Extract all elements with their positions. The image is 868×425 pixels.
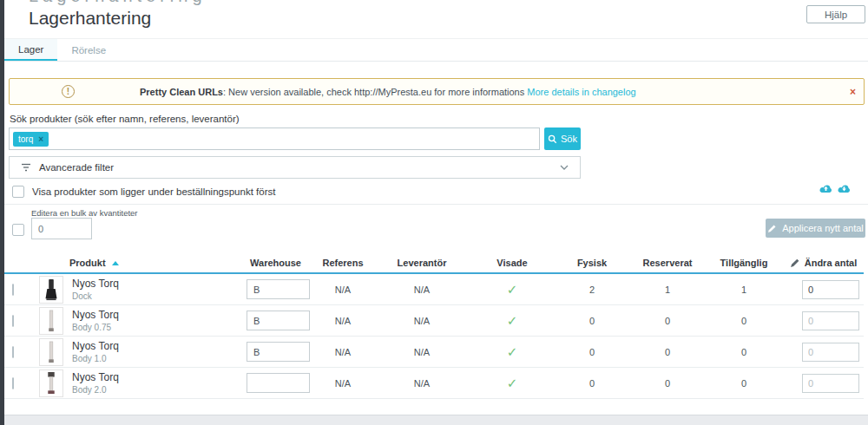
stock-table: Produkt Warehouse Referens Leverantör Vi…	[4, 253, 864, 399]
product-variant: Body 2.0	[72, 385, 119, 395]
search-icon	[548, 134, 557, 144]
row-checkbox[interactable]	[12, 346, 14, 358]
physical-qty: 0	[554, 378, 630, 389]
sidebar-edge	[0, 0, 4, 425]
bulk-edit-label: Editera en bulk av kvantiteter	[31, 208, 138, 218]
edit-quantity-input[interactable]	[802, 343, 859, 362]
physical-qty: 0	[554, 316, 630, 326]
search-tag-label: torq	[18, 134, 33, 144]
section-divider	[4, 204, 868, 205]
product-name: Nyos Torq	[72, 340, 119, 352]
notice-close-icon[interactable]: ×	[850, 86, 856, 98]
product-variant: Dock	[72, 291, 119, 301]
tab-bar: Lager Rörelse	[4, 38, 868, 62]
available-qty: 0	[705, 378, 783, 389]
product-name: Nyos Torq	[72, 309, 119, 321]
warehouse-input[interactable]	[247, 279, 310, 299]
help-button[interactable]: Hjälp	[806, 5, 865, 23]
header-warehouse[interactable]: Warehouse	[239, 258, 312, 268]
clipped-heading: Lagerhantering	[29, 0, 393, 5]
export-cloud-up-icon[interactable]	[819, 183, 833, 195]
available-qty: 0	[705, 347, 783, 357]
displayed-check-icon: ✓	[470, 282, 554, 298]
supplier-value: N/A	[373, 378, 470, 389]
reorder-checkbox-label: Visa produkter som ligger under beställn…	[32, 186, 275, 197]
header-displayed[interactable]: Visade	[470, 258, 554, 268]
product-variant: Body 1.0	[72, 354, 119, 363]
header-available[interactable]: Tillgänglig	[705, 258, 783, 268]
table-row: Nyos TorqDock N/A N/A ✓ 2 1 1	[4, 274, 864, 305]
reserved-qty: 1	[630, 284, 705, 295]
supplier-value: N/A	[373, 347, 470, 357]
search-button[interactable]: Sök	[544, 128, 581, 150]
reserved-qty: 0	[630, 316, 705, 326]
warehouse-input[interactable]	[247, 311, 310, 330]
notice-text: Pretty Clean URLs: New version available…	[140, 87, 636, 97]
stock-management-page: Lagerhantering Lagerhantering Hjälp Lage…	[0, 0, 868, 425]
table-row: Nyos TorqBody 1.0 N/A N/A ✓ 0 0 0	[4, 337, 864, 368]
header-reserved[interactable]: Reserverat	[630, 258, 705, 268]
apply-button-label: Applicera nytt antal	[782, 223, 864, 233]
bulk-quantity-input[interactable]	[31, 218, 92, 239]
pencil-icon	[790, 258, 800, 268]
displayed-check-icon: ✓	[470, 313, 554, 329]
product-variant: Body 0.75	[72, 323, 119, 332]
displayed-check-icon: ✓	[470, 376, 554, 391]
header-reference[interactable]: Referens	[312, 258, 373, 268]
supplier-value: N/A	[373, 284, 470, 295]
table-row: Nyos TorqBody 2.0 N/A N/A ✓ 0 0 0	[4, 368, 864, 399]
header-supplier[interactable]: Leverantör	[373, 258, 470, 268]
page-title: Lagerhantering	[29, 8, 151, 29]
sort-asc-icon	[112, 261, 119, 265]
row-checkbox[interactable]	[12, 315, 14, 327]
product-thumbnail	[39, 338, 63, 366]
physical-qty: 0	[554, 347, 630, 357]
product-name: Nyos Torq	[72, 371, 119, 383]
filter-icon	[21, 163, 31, 172]
reference-value: N/A	[312, 347, 373, 357]
tag-remove-icon[interactable]: ×	[38, 134, 43, 144]
reference-value: N/A	[312, 284, 373, 295]
physical-qty: 2	[554, 284, 630, 295]
notice-title: Pretty Clean URLs	[140, 87, 223, 97]
chevron-down-icon	[560, 165, 569, 170]
row-checkbox[interactable]	[12, 284, 14, 296]
warning-icon: !	[62, 85, 75, 98]
reorder-checkbox[interactable]	[12, 186, 24, 198]
edit-quantity-input[interactable]	[802, 311, 859, 330]
search-label: Sök produkter (sök efter namn, referens,…	[10, 114, 240, 124]
table-header-row: Produkt Warehouse Referens Leverantör Vi…	[4, 253, 864, 274]
tab-lager[interactable]: Lager	[4, 39, 57, 61]
available-qty: 0	[705, 316, 783, 326]
import-export-buttons	[819, 183, 852, 195]
notice-message: : New version available, check http://My…	[223, 87, 527, 97]
reference-value: N/A	[312, 316, 373, 326]
header-product[interactable]: Produkt	[29, 258, 239, 268]
table-row: Nyos TorqBody 0.75 N/A N/A ✓ 0 0 0	[4, 305, 864, 337]
bulk-select-checkbox[interactable]	[12, 224, 24, 236]
header-edit-quantity: Ändra antal	[783, 258, 864, 268]
import-cloud-down-icon[interactable]	[837, 183, 852, 195]
edit-quantity-input[interactable]	[802, 280, 859, 299]
available-qty: 1	[705, 284, 783, 295]
advanced-filters-label: Avancerade filter	[39, 162, 114, 173]
changelog-link[interactable]: More details in changelog	[527, 87, 635, 97]
reference-value: N/A	[312, 378, 373, 389]
search-tag: torq×	[13, 132, 49, 147]
supplier-value: N/A	[373, 316, 470, 326]
tab-rorelse[interactable]: Rörelse	[57, 39, 120, 61]
apply-new-quantity-button[interactable]: Applicera nytt antal	[766, 219, 865, 238]
search-input[interactable]: torq×	[9, 128, 540, 150]
warehouse-input[interactable]	[247, 342, 310, 362]
page-footer-background	[0, 415, 868, 425]
edit-quantity-input[interactable]	[802, 374, 859, 393]
advanced-filters-toggle[interactable]: Avancerade filter	[9, 156, 581, 179]
row-checkbox[interactable]	[12, 377, 14, 389]
product-thumbnail	[39, 276, 63, 304]
product-thumbnail	[39, 369, 63, 397]
module-notice: ! Pretty Clean URLs: New version availab…	[9, 78, 865, 105]
reorder-filter-row: Visa produkter som ligger under beställn…	[12, 186, 275, 198]
product-thumbnail	[39, 307, 63, 335]
warehouse-input[interactable]	[247, 373, 310, 393]
header-physical[interactable]: Fysisk	[554, 258, 630, 268]
